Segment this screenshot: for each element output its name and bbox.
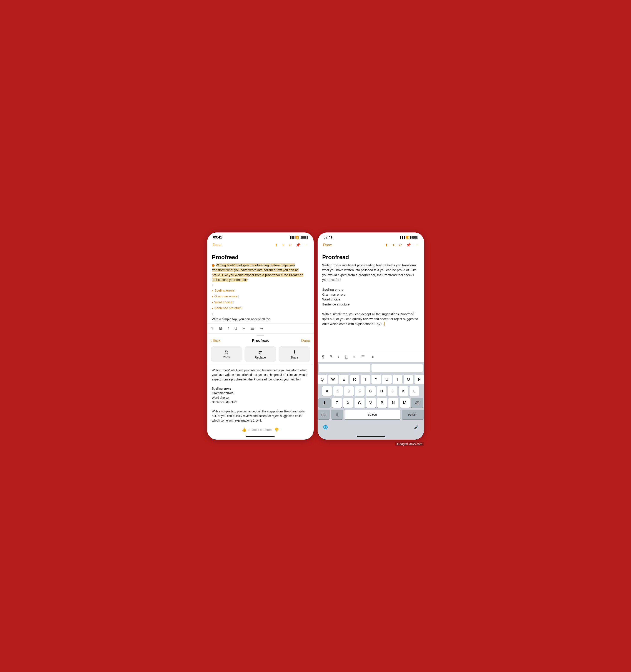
status-time-left: 09:41 [213, 236, 222, 239]
delete-key[interactable]: ⌫ [411, 398, 423, 408]
underline-btn-left[interactable]: U [234, 326, 238, 331]
status-time-right: 09:41 [324, 236, 333, 239]
key-w[interactable]: W [328, 375, 338, 384]
wt-replace-button[interactable]: ⇄ Replace [245, 346, 276, 362]
mic-key[interactable]: 🎤 [410, 423, 422, 432]
note-body-right[interactable]: Writing Tools' intelligent proofreading … [322, 263, 419, 327]
list-btn-right[interactable]: ☰ [360, 354, 366, 360]
add-button-right[interactable]: + [391, 242, 396, 248]
add-button-left[interactable]: + [280, 242, 286, 248]
note-title-left: Proofread [212, 254, 309, 261]
key-u[interactable]: U [382, 375, 392, 384]
key-l[interactable]: L [410, 386, 419, 396]
key-v[interactable]: V [366, 398, 376, 408]
paragraph-btn-right[interactable]: ¶ [321, 354, 325, 360]
list-btn-left[interactable]: ☰ [250, 326, 255, 331]
underline-btn-right[interactable]: U [344, 354, 348, 360]
key-m[interactable]: M [400, 398, 410, 408]
key-p[interactable]: P [414, 375, 424, 384]
key-f[interactable]: F [355, 386, 365, 396]
pin-button-left[interactable]: 📌 [294, 242, 302, 248]
key-g[interactable]: G [366, 386, 375, 396]
align-btn-left[interactable]: ≡ [242, 326, 246, 331]
preview-area: Writing Tools' intelligent proofreading … [207, 365, 314, 425]
shift-key[interactable]: ⬆ [318, 398, 331, 408]
status-icons-left: ▐▐▐ 📶 ▓▓▓ [289, 236, 308, 239]
key-o[interactable]: O [404, 375, 413, 384]
indent-btn-right[interactable]: ⇥ [369, 354, 374, 360]
watermark: GadgetHacks.com [395, 442, 424, 446]
signal-icon-right: ▐▐▐ [399, 236, 405, 239]
key-r[interactable]: R [350, 375, 359, 384]
share-feedback-label[interactable]: Share Feedback [248, 428, 272, 432]
done-button-left[interactable]: Done [211, 242, 223, 248]
bold-btn-right[interactable]: B [329, 354, 333, 360]
home-indicator-left [246, 436, 274, 437]
writing-tools-panel: ‹ Back Proofread Done ⎘ Copy ⇄ Replace ⬆… [207, 334, 314, 365]
more-button-left[interactable]: ··· [303, 242, 310, 248]
thumbs-down-icon: 👎 [274, 427, 279, 432]
italic-btn-right[interactable]: I [337, 354, 340, 360]
bullet-item-2: • Grammar errors¶ [212, 294, 309, 299]
wt-title: Proofread [220, 338, 301, 343]
keyboard-top-inputs [318, 362, 424, 373]
keyboard-input-1[interactable] [319, 364, 370, 373]
emoji-key[interactable]: ☺ [331, 410, 343, 419]
indent-btn-left[interactable]: ⇥ [259, 326, 264, 331]
undo-button-right[interactable]: ↩ [397, 242, 404, 248]
wt-replace-label: Replace [255, 356, 266, 359]
wt-copy-label: Copy [223, 356, 230, 359]
key-s[interactable]: S [333, 386, 343, 396]
battery-icon: ▓▓▓ [300, 236, 307, 239]
key-d[interactable]: D [344, 386, 354, 396]
key-h[interactable]: H [377, 386, 386, 396]
key-n[interactable]: N [388, 398, 398, 408]
key-b[interactable]: B [377, 398, 387, 408]
keyboard-row-1: Q W E R T Y U I O P [318, 373, 424, 384]
globe-key[interactable]: 🌐 [319, 423, 332, 432]
key-z[interactable]: Z [332, 398, 342, 408]
status-bar-right: 09:41 ▐▐▐ 📶 ▓▓▓ [318, 233, 424, 241]
keyboard-input-2[interactable] [371, 364, 423, 373]
share-button-left[interactable]: ⬆ [273, 242, 279, 248]
key-x[interactable]: X [343, 398, 353, 408]
battery-icon-right: ▓▓▓ [410, 236, 418, 239]
align-btn-right[interactable]: ≡ [353, 354, 357, 360]
share-button-right[interactable]: ⬆ [383, 242, 390, 248]
left-phone: 09:41 ▐▐▐ 📶 ▓▓▓ Done ⬆ + ↩ 📌 ··· Proofre… [207, 233, 314, 440]
key-e[interactable]: E [339, 375, 349, 384]
key-t[interactable]: T [361, 375, 370, 384]
wt-back-label: Back [213, 339, 220, 343]
note-content-left: Proofread Writing Tools' intelligent pro… [207, 250, 314, 323]
key-j[interactable]: J [388, 386, 397, 396]
paragraph-btn-left[interactable]: ¶ [211, 326, 215, 331]
space-key[interactable]: space [344, 410, 401, 419]
undo-button-left[interactable]: ↩ [287, 242, 293, 248]
replace-icon: ⇄ [259, 350, 262, 355]
key-c[interactable]: C [355, 398, 365, 408]
note-body-left: Writing Tools' intelligent proofreading … [212, 263, 309, 322]
key-k[interactable]: K [398, 386, 408, 396]
more-button-right[interactable]: ··· [413, 242, 420, 248]
pin-button-right[interactable]: 📌 [405, 242, 413, 248]
bold-btn-left[interactable]: B [218, 326, 223, 331]
note-content-right: Proofread Writing Tools' intelligent pro… [318, 250, 424, 352]
key-i[interactable]: I [393, 375, 403, 384]
italic-btn-left[interactable]: I [227, 326, 229, 331]
right-phone: 09:41 ▐▐▐ 📶 ▓▓▓ Done ⬆ + ↩ 📌 ··· Proofre… [318, 233, 424, 440]
keyboard-row-5: 🌐 🎤 [318, 423, 424, 434]
key-q[interactable]: Q [318, 375, 327, 384]
wt-back-button[interactable]: ‹ Back [211, 339, 220, 343]
note-title-right: Proofread [322, 254, 419, 261]
feedback-bar: 👍 Share Feedback 👎 [207, 425, 314, 435]
status-icons-right: ▐▐▐ 📶 ▓▓▓ [399, 236, 418, 239]
bullet-item-1: • Speling errors¶ [212, 288, 309, 293]
key-a[interactable]: A [322, 386, 332, 396]
done-button-right[interactable]: Done [321, 242, 334, 248]
wt-copy-button[interactable]: ⎘ Copy [211, 346, 242, 362]
wt-share-button[interactable]: ⬆ Share [278, 346, 310, 362]
key-y[interactable]: Y [371, 375, 381, 384]
wt-done-button[interactable]: Done [301, 338, 310, 343]
return-key[interactable]: return [402, 410, 424, 419]
num-key[interactable]: 123 [318, 410, 330, 419]
